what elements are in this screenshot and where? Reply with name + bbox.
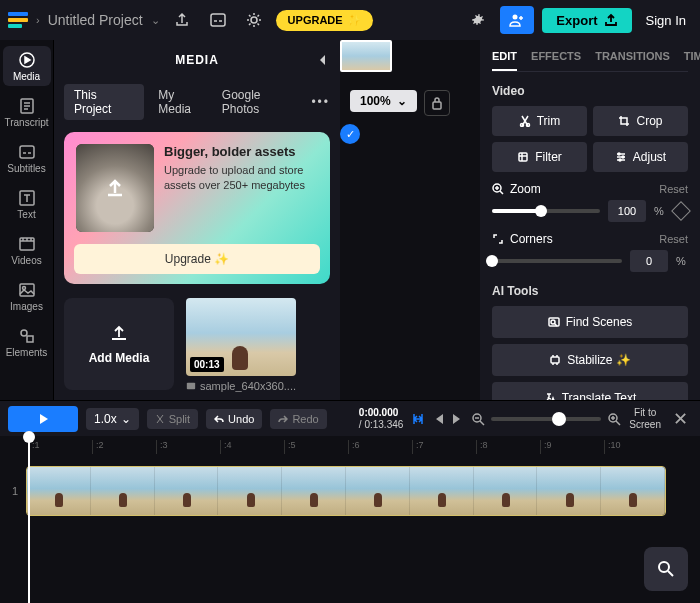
zoom-label: Zoom: [510, 182, 541, 196]
svg-point-9: [22, 286, 25, 289]
timeline-toolbar: 1.0x⌄ Split Undo Redo 0:00.000/ 0:13.346…: [0, 400, 700, 436]
fit-to-screen[interactable]: Fit toScreen: [629, 407, 661, 431]
tab-edit[interactable]: EDIT: [492, 50, 517, 71]
split-button[interactable]: Split: [147, 409, 198, 429]
redo-button[interactable]: Redo: [270, 409, 326, 429]
search-button[interactable]: [644, 547, 688, 591]
timeline-zoom-slider[interactable]: [491, 417, 601, 421]
zoom-selector[interactable]: 100%⌄: [350, 90, 417, 112]
record-button[interactable]: ✓: [340, 124, 360, 144]
svg-rect-13: [433, 102, 441, 109]
invite-button[interactable]: [500, 6, 534, 34]
add-media-button[interactable]: Add Media: [64, 298, 174, 390]
upload-icon: [102, 175, 128, 201]
rail-media[interactable]: Media: [3, 46, 51, 86]
crop-button[interactable]: Crop: [593, 106, 688, 136]
video-clip[interactable]: [26, 466, 666, 516]
svg-point-18: [622, 156, 624, 158]
svg-rect-0: [211, 14, 225, 26]
edit-panel: EDIT EFFECTS TRANSITIONS TIMING Video Tr…: [480, 40, 700, 400]
rail-elements[interactable]: Elements: [3, 322, 51, 362]
share-icon[interactable]: [168, 6, 196, 34]
skip-fwd-icon[interactable]: [451, 412, 465, 426]
svg-point-10: [21, 330, 27, 336]
rail-videos[interactable]: Videos: [3, 230, 51, 270]
svg-point-17: [618, 153, 620, 155]
collapse-icon[interactable]: [316, 53, 330, 67]
close-icon[interactable]: ✕: [669, 408, 692, 430]
find-scenes-button[interactable]: Find Scenes: [492, 306, 688, 338]
preview-thumbnail[interactable]: [340, 40, 392, 72]
stabilize-button[interactable]: Stabilize ✨: [492, 344, 688, 376]
trim-button[interactable]: Trim: [492, 106, 587, 136]
project-title[interactable]: Untitled Project: [48, 12, 143, 28]
keyframe-icon[interactable]: [671, 201, 691, 221]
svg-point-2: [513, 15, 518, 20]
clip-name: sample_640x360....: [200, 380, 296, 392]
zoom-reset[interactable]: Reset: [659, 183, 688, 195]
chevron-right-icon: ›: [36, 14, 40, 26]
zoom-icon: [492, 183, 504, 195]
tab-my-media[interactable]: My Media: [158, 88, 208, 116]
panel-title: MEDIA: [175, 53, 219, 67]
tab-google-photos[interactable]: Google Photos: [222, 88, 298, 116]
undo-button[interactable]: Undo: [206, 409, 262, 429]
svg-rect-11: [27, 336, 33, 342]
zoom-in-icon[interactable]: [607, 412, 621, 426]
time-display: 0:00.000/ 0:13.346: [359, 407, 403, 431]
svg-rect-12: [187, 383, 195, 390]
left-rail: Media Transcript Subtitles Text Videos I…: [0, 40, 54, 400]
corners-reset[interactable]: Reset: [659, 233, 688, 245]
corners-label: Corners: [510, 232, 553, 246]
ai-section: AI Tools: [492, 284, 688, 298]
speed-selector[interactable]: 1.0x⌄: [86, 408, 139, 430]
chevron-down-icon: ⌄: [397, 94, 407, 108]
lock-icon[interactable]: [424, 90, 450, 116]
translate-button[interactable]: Translate Text: [492, 382, 688, 400]
tab-effects[interactable]: EFFECTS: [531, 50, 581, 63]
media-clip[interactable]: 00:13 sample_640x360....: [186, 298, 296, 392]
timeline-tracks[interactable]: 1: [0, 458, 700, 603]
play-button[interactable]: [8, 406, 78, 432]
app-logo[interactable]: [8, 10, 28, 30]
corners-value[interactable]: 0: [630, 250, 668, 272]
promo-upgrade-button[interactable]: Upgrade ✨: [74, 244, 320, 274]
video-section: Video: [492, 84, 688, 98]
adjust-button[interactable]: Adjust: [593, 142, 688, 172]
project-dropdown-icon[interactable]: ⌄: [151, 14, 160, 27]
svg-rect-16: [519, 153, 527, 161]
tab-timing[interactable]: TIMING: [684, 50, 700, 63]
tab-this-project[interactable]: This Project: [64, 84, 144, 120]
corners-slider[interactable]: [492, 259, 622, 263]
upgrade-button[interactable]: UPGRADE✨: [276, 10, 373, 31]
clip-duration: 00:13: [190, 357, 224, 372]
playhead[interactable]: [28, 436, 30, 603]
settings-icon[interactable]: [464, 6, 492, 34]
svg-rect-5: [20, 146, 34, 158]
signin-link[interactable]: Sign In: [640, 13, 692, 28]
skip-back-icon[interactable]: [431, 412, 445, 426]
rail-transcript[interactable]: Transcript: [3, 92, 51, 132]
tabs-more-icon[interactable]: •••: [311, 95, 330, 109]
export-button[interactable]: Export: [542, 8, 631, 33]
zoom-value[interactable]: 100: [608, 200, 646, 222]
snap-icon[interactable]: [411, 412, 425, 426]
svg-point-19: [619, 159, 621, 161]
rail-subtitles[interactable]: Subtitles: [3, 138, 51, 178]
tab-transitions[interactable]: TRANSITIONS: [595, 50, 670, 63]
rail-text[interactable]: Text: [3, 184, 51, 224]
time-ruler[interactable]: :1 :2 :3 :4 :5 :6 :7 :8 :9 :10: [0, 436, 700, 458]
theme-icon[interactable]: [240, 6, 268, 34]
track-row: 1: [8, 464, 692, 518]
corners-icon: [492, 233, 504, 245]
filter-button[interactable]: Filter: [492, 142, 587, 172]
promo-subtitle: Upgrade to upload and store assets over …: [164, 163, 318, 194]
preview-area: 100%⌄ ✓: [340, 40, 480, 400]
svg-point-22: [551, 320, 555, 324]
track-number: 1: [8, 485, 22, 497]
rail-images[interactable]: Images: [3, 276, 51, 316]
zoom-slider[interactable]: [492, 209, 600, 213]
subtitle-icon[interactable]: [204, 6, 232, 34]
zoom-out-icon[interactable]: [471, 412, 485, 426]
svg-point-1: [251, 17, 257, 23]
